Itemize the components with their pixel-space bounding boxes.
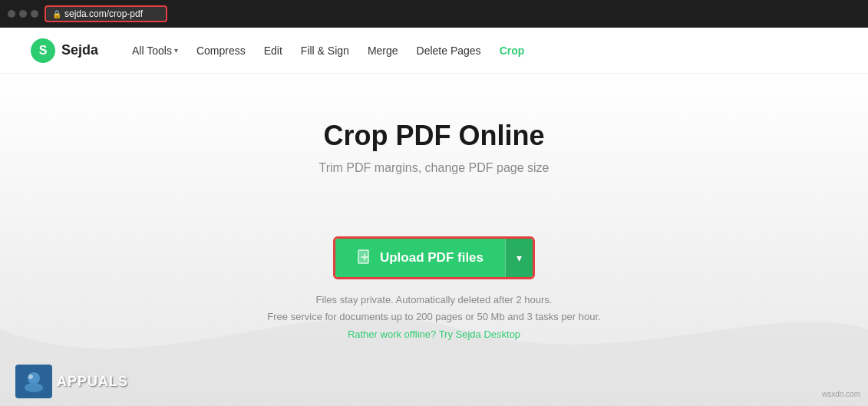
url-text: sejda.com/crop-pdf: [64, 8, 143, 19]
chevron-down-icon: ▾: [174, 46, 178, 54]
svg-point-2: [25, 383, 43, 392]
pdf-upload-icon: [357, 249, 372, 266]
logo-area[interactable]: S Sejda: [31, 38, 98, 63]
wsxdn-watermark: wsxdn.com: [822, 390, 860, 398]
dropdown-arrow-icon: ▾: [517, 252, 522, 264]
upload-pdf-button[interactable]: Upload PDF files: [335, 239, 505, 277]
address-bar[interactable]: 🔒 sejda.com/crop-pdf: [45, 5, 167, 22]
appuals-logo: [15, 365, 52, 398]
upload-dropdown-button[interactable]: ▾: [505, 239, 533, 277]
offline-link[interactable]: Rather work offline? Try Sejda Desktop: [348, 328, 520, 340]
appuals-watermark: APPUALS: [15, 365, 128, 398]
page-subtitle: Trim PDF margins, change PDF page size: [319, 161, 550, 175]
nav-delete-pages[interactable]: Delete Pages: [417, 45, 481, 57]
browser-chrome: 🔒 sejda.com/crop-pdf: [0, 0, 868, 28]
nav-merge[interactable]: Merge: [368, 45, 398, 57]
lock-icon: 🔒: [52, 10, 61, 18]
browser-dot-3: [31, 10, 38, 18]
appuals-text: APPUALS: [57, 374, 128, 390]
nav-fill-sign[interactable]: Fill & Sign: [301, 45, 349, 57]
svg-point-3: [28, 375, 33, 379]
privacy-text-line2: Free service for documents up to 200 pag…: [267, 309, 600, 325]
nav-links: All Tools ▾ Compress Edit Fill & Sign Me…: [132, 45, 837, 57]
nav-compress[interactable]: Compress: [196, 45, 246, 57]
nav-edit[interactable]: Edit: [264, 45, 282, 57]
upload-button-wrapper: Upload PDF files ▾: [333, 236, 535, 279]
page-title: Crop PDF Online: [324, 120, 545, 152]
logo-circle: S: [31, 38, 55, 63]
browser-dot-2: [19, 10, 27, 18]
upload-area: Upload PDF files ▾ Files stay private. A…: [267, 236, 600, 340]
top-nav: S Sejda All Tools ▾ Compress Edit Fill &…: [0, 28, 868, 74]
nav-all-tools[interactable]: All Tools ▾: [132, 45, 178, 57]
nav-crop[interactable]: Crop: [500, 45, 525, 57]
privacy-text-line1: Files stay private. Automatically delete…: [316, 292, 553, 309]
logo-name: Sejda: [61, 42, 98, 58]
hero-section: Crop PDF Online Trim PDF margins, change…: [0, 74, 868, 406]
browser-dot-1: [8, 10, 15, 18]
browser-dots: [8, 10, 38, 18]
